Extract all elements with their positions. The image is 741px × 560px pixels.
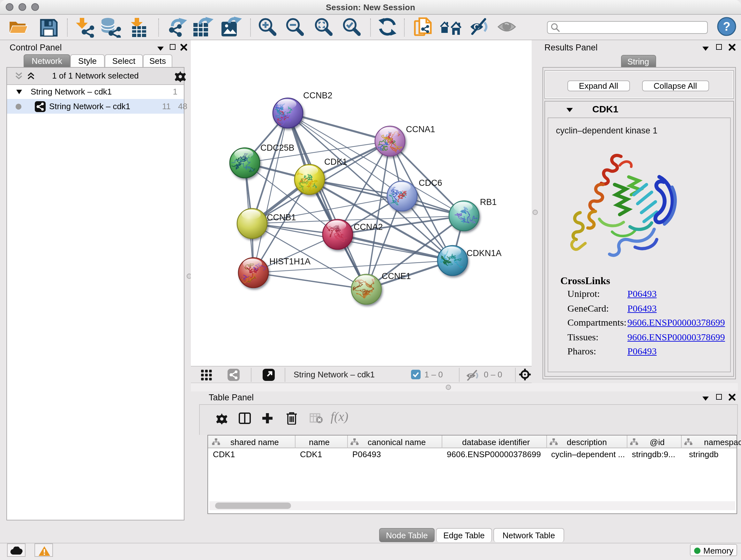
svg-text:CCNB1: CCNB1 bbox=[267, 212, 296, 222]
svg-text:HIST1H1A: HIST1H1A bbox=[269, 257, 311, 266]
svg-text:CCNB2: CCNB2 bbox=[303, 91, 333, 100]
svg-text:CDC6: CDC6 bbox=[419, 178, 442, 188]
svg-text:CCNE1: CCNE1 bbox=[382, 271, 411, 281]
svg-text:RB1: RB1 bbox=[480, 197, 497, 207]
svg-text:CCNA2: CCNA2 bbox=[354, 222, 383, 232]
svg-text:CDKN1A: CDKN1A bbox=[467, 248, 502, 258]
svg-text:CCNA1: CCNA1 bbox=[406, 125, 435, 134]
svg-text:CDC25B: CDC25B bbox=[260, 143, 294, 152]
svg-text:?: ? bbox=[723, 20, 730, 33]
svg-text:CDK1: CDK1 bbox=[324, 157, 347, 167]
